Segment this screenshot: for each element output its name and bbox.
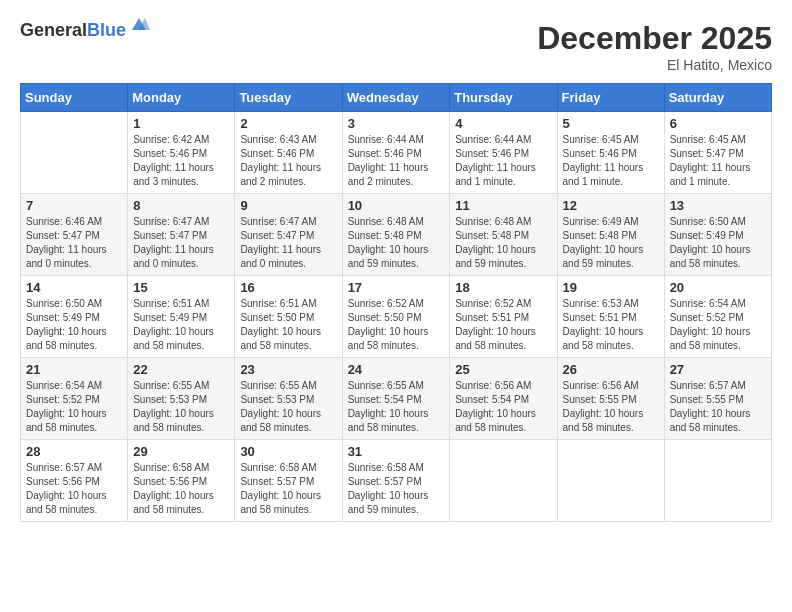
table-row	[450, 440, 557, 522]
day-number: 3	[348, 116, 445, 131]
day-number: 28	[26, 444, 122, 459]
day-info: Sunrise: 6:48 AM Sunset: 5:48 PM Dayligh…	[455, 215, 551, 271]
day-number: 1	[133, 116, 229, 131]
day-number: 24	[348, 362, 445, 377]
table-row: 3Sunrise: 6:44 AM Sunset: 5:46 PM Daylig…	[342, 112, 450, 194]
day-number: 22	[133, 362, 229, 377]
day-number: 2	[240, 116, 336, 131]
header-saturday: Saturday	[664, 84, 771, 112]
table-row: 5Sunrise: 6:45 AM Sunset: 5:46 PM Daylig…	[557, 112, 664, 194]
table-row	[557, 440, 664, 522]
table-row	[664, 440, 771, 522]
table-row: 23Sunrise: 6:55 AM Sunset: 5:53 PM Dayli…	[235, 358, 342, 440]
day-info: Sunrise: 6:44 AM Sunset: 5:46 PM Dayligh…	[348, 133, 445, 189]
day-number: 6	[670, 116, 766, 131]
calendar-table: Sunday Monday Tuesday Wednesday Thursday…	[20, 83, 772, 522]
day-info: Sunrise: 6:45 AM Sunset: 5:47 PM Dayligh…	[670, 133, 766, 189]
day-number: 18	[455, 280, 551, 295]
table-row: 29Sunrise: 6:58 AM Sunset: 5:56 PM Dayli…	[128, 440, 235, 522]
day-number: 9	[240, 198, 336, 213]
day-number: 10	[348, 198, 445, 213]
table-row: 13Sunrise: 6:50 AM Sunset: 5:49 PM Dayli…	[664, 194, 771, 276]
header-monday: Monday	[128, 84, 235, 112]
day-number: 19	[563, 280, 659, 295]
day-info: Sunrise: 6:57 AM Sunset: 5:55 PM Dayligh…	[670, 379, 766, 435]
logo-text-general: General	[20, 20, 87, 40]
day-info: Sunrise: 6:52 AM Sunset: 5:50 PM Dayligh…	[348, 297, 445, 353]
day-info: Sunrise: 6:54 AM Sunset: 5:52 PM Dayligh…	[26, 379, 122, 435]
table-row: 26Sunrise: 6:56 AM Sunset: 5:55 PM Dayli…	[557, 358, 664, 440]
day-info: Sunrise: 6:47 AM Sunset: 5:47 PM Dayligh…	[133, 215, 229, 271]
month-title: December 2025	[537, 20, 772, 57]
table-row: 1Sunrise: 6:42 AM Sunset: 5:46 PM Daylig…	[128, 112, 235, 194]
table-row: 15Sunrise: 6:51 AM Sunset: 5:49 PM Dayli…	[128, 276, 235, 358]
day-info: Sunrise: 6:57 AM Sunset: 5:56 PM Dayligh…	[26, 461, 122, 517]
day-number: 17	[348, 280, 445, 295]
location-title: El Hatito, Mexico	[537, 57, 772, 73]
day-number: 5	[563, 116, 659, 131]
day-number: 27	[670, 362, 766, 377]
calendar-week-row: 21Sunrise: 6:54 AM Sunset: 5:52 PM Dayli…	[21, 358, 772, 440]
calendar-week-row: 7Sunrise: 6:46 AM Sunset: 5:47 PM Daylig…	[21, 194, 772, 276]
day-info: Sunrise: 6:56 AM Sunset: 5:55 PM Dayligh…	[563, 379, 659, 435]
day-info: Sunrise: 6:44 AM Sunset: 5:46 PM Dayligh…	[455, 133, 551, 189]
day-number: 4	[455, 116, 551, 131]
table-row: 8Sunrise: 6:47 AM Sunset: 5:47 PM Daylig…	[128, 194, 235, 276]
table-row: 14Sunrise: 6:50 AM Sunset: 5:49 PM Dayli…	[21, 276, 128, 358]
table-row: 20Sunrise: 6:54 AM Sunset: 5:52 PM Dayli…	[664, 276, 771, 358]
table-row: 27Sunrise: 6:57 AM Sunset: 5:55 PM Dayli…	[664, 358, 771, 440]
day-info: Sunrise: 6:58 AM Sunset: 5:57 PM Dayligh…	[348, 461, 445, 517]
day-info: Sunrise: 6:50 AM Sunset: 5:49 PM Dayligh…	[670, 215, 766, 271]
page-header: GeneralBlue December 2025 El Hatito, Mex…	[20, 20, 772, 73]
day-info: Sunrise: 6:42 AM Sunset: 5:46 PM Dayligh…	[133, 133, 229, 189]
header-wednesday: Wednesday	[342, 84, 450, 112]
table-row: 28Sunrise: 6:57 AM Sunset: 5:56 PM Dayli…	[21, 440, 128, 522]
day-info: Sunrise: 6:47 AM Sunset: 5:47 PM Dayligh…	[240, 215, 336, 271]
table-row: 10Sunrise: 6:48 AM Sunset: 5:48 PM Dayli…	[342, 194, 450, 276]
header-sunday: Sunday	[21, 84, 128, 112]
day-number: 25	[455, 362, 551, 377]
day-number: 14	[26, 280, 122, 295]
day-info: Sunrise: 6:48 AM Sunset: 5:48 PM Dayligh…	[348, 215, 445, 271]
table-row: 7Sunrise: 6:46 AM Sunset: 5:47 PM Daylig…	[21, 194, 128, 276]
table-row: 31Sunrise: 6:58 AM Sunset: 5:57 PM Dayli…	[342, 440, 450, 522]
table-row: 4Sunrise: 6:44 AM Sunset: 5:46 PM Daylig…	[450, 112, 557, 194]
table-row: 24Sunrise: 6:55 AM Sunset: 5:54 PM Dayli…	[342, 358, 450, 440]
day-number: 23	[240, 362, 336, 377]
day-number: 31	[348, 444, 445, 459]
day-info: Sunrise: 6:52 AM Sunset: 5:51 PM Dayligh…	[455, 297, 551, 353]
day-info: Sunrise: 6:56 AM Sunset: 5:54 PM Dayligh…	[455, 379, 551, 435]
day-number: 26	[563, 362, 659, 377]
day-info: Sunrise: 6:51 AM Sunset: 5:50 PM Dayligh…	[240, 297, 336, 353]
title-area: December 2025 El Hatito, Mexico	[537, 20, 772, 73]
table-row: 17Sunrise: 6:52 AM Sunset: 5:50 PM Dayli…	[342, 276, 450, 358]
logo: GeneralBlue	[20, 20, 126, 41]
table-row: 18Sunrise: 6:52 AM Sunset: 5:51 PM Dayli…	[450, 276, 557, 358]
logo-text-blue: Blue	[87, 20, 126, 40]
day-number: 20	[670, 280, 766, 295]
table-row: 22Sunrise: 6:55 AM Sunset: 5:53 PM Dayli…	[128, 358, 235, 440]
day-number: 30	[240, 444, 336, 459]
calendar-week-row: 14Sunrise: 6:50 AM Sunset: 5:49 PM Dayli…	[21, 276, 772, 358]
day-number: 13	[670, 198, 766, 213]
table-row: 12Sunrise: 6:49 AM Sunset: 5:48 PM Dayli…	[557, 194, 664, 276]
day-info: Sunrise: 6:51 AM Sunset: 5:49 PM Dayligh…	[133, 297, 229, 353]
table-row: 25Sunrise: 6:56 AM Sunset: 5:54 PM Dayli…	[450, 358, 557, 440]
day-info: Sunrise: 6:55 AM Sunset: 5:53 PM Dayligh…	[133, 379, 229, 435]
header-thursday: Thursday	[450, 84, 557, 112]
day-info: Sunrise: 6:50 AM Sunset: 5:49 PM Dayligh…	[26, 297, 122, 353]
day-number: 15	[133, 280, 229, 295]
day-number: 7	[26, 198, 122, 213]
calendar-header-row: Sunday Monday Tuesday Wednesday Thursday…	[21, 84, 772, 112]
day-info: Sunrise: 6:58 AM Sunset: 5:56 PM Dayligh…	[133, 461, 229, 517]
table-row: 21Sunrise: 6:54 AM Sunset: 5:52 PM Dayli…	[21, 358, 128, 440]
table-row: 19Sunrise: 6:53 AM Sunset: 5:51 PM Dayli…	[557, 276, 664, 358]
day-number: 21	[26, 362, 122, 377]
day-number: 29	[133, 444, 229, 459]
day-info: Sunrise: 6:55 AM Sunset: 5:54 PM Dayligh…	[348, 379, 445, 435]
calendar-week-row: 1Sunrise: 6:42 AM Sunset: 5:46 PM Daylig…	[21, 112, 772, 194]
table-row	[21, 112, 128, 194]
table-row: 16Sunrise: 6:51 AM Sunset: 5:50 PM Dayli…	[235, 276, 342, 358]
header-friday: Friday	[557, 84, 664, 112]
day-number: 12	[563, 198, 659, 213]
